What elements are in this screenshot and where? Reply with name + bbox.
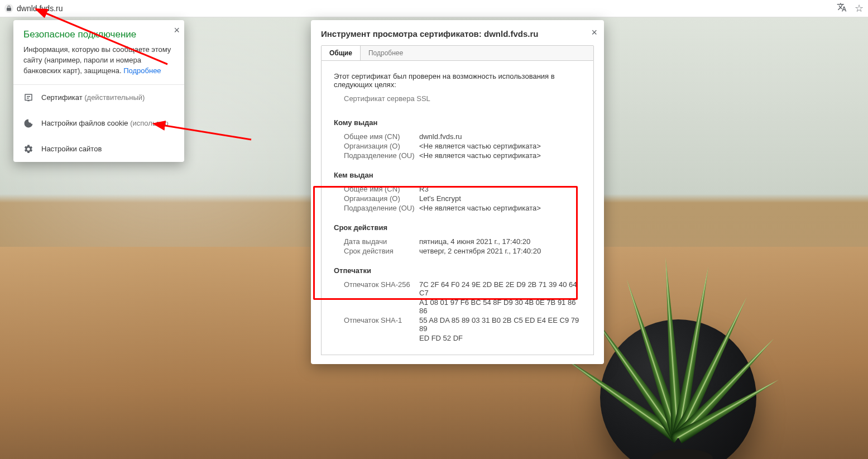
page-info-item-sub: (использую: [128, 119, 169, 127]
page-info-item-sub: (действительный): [83, 93, 145, 102]
fingerprints-title: Отпечатки: [334, 266, 581, 275]
ou-label: Подразделение (OU): [344, 151, 419, 160]
valid-from-value: пятница, 4 июня 2021 г., 17:40:20: [419, 237, 581, 246]
page-info-item-certificate[interactable]: Сертификат (действительный): [13, 85, 184, 111]
cn-value: R3: [419, 185, 581, 193]
o-value: Let's Encrypt: [419, 194, 581, 203]
sha1-value-l1: 55 A8 DA 85 89 03 31 B0 2B C5 ED E4 EE C…: [419, 316, 581, 333]
cert-title: Инструмент просмотра сертификатов: dwnld…: [321, 29, 594, 39]
o-label: Организация (O): [344, 194, 419, 203]
page-info-item-label: Настройки файлов cookie: [41, 119, 128, 127]
page-info-more-link[interactable]: Подробнее: [123, 66, 161, 75]
page-info-title: Безопасное подключение: [23, 29, 174, 40]
page-info-item-cookies[interactable]: Настройки файлов cookie (использую: [13, 111, 184, 136]
sha256-value-l2: A1 08 01 97 F6 BC 54 8F D9 30 4B 0E 7B 9…: [419, 298, 581, 315]
issued-to-title: Кому выдан: [334, 118, 581, 127]
cert-tabs: Общие Подробнее: [321, 45, 594, 61]
ou-value: <Не является частью сертификата>: [419, 151, 581, 160]
page-info-item-label: Сертификат: [41, 93, 83, 102]
gear-icon: [23, 144, 33, 154]
page-info-item-site-settings[interactable]: Настройки сайтов: [13, 136, 184, 162]
cookie-icon: [23, 118, 33, 128]
cert-body: Этот сертификат был проверен на возможно…: [321, 61, 594, 355]
ou-value: <Не является частью сертификата>: [419, 204, 581, 212]
validity-title: Срок действия: [334, 223, 581, 232]
issued-by-title: Кем выдан: [334, 171, 581, 179]
valid-to-label: Срок действия: [344, 247, 419, 255]
page-info-item-label: Настройки сайтов: [41, 145, 102, 153]
ou-label: Подразделение (OU): [344, 204, 419, 212]
o-value: <Не является частью сертификата>: [419, 142, 581, 150]
valid-from-label: Дата выдачи: [344, 237, 419, 246]
sha1-label: Отпечаток SHA-1: [344, 316, 419, 333]
url-text: dwnld.fvds.ru: [17, 4, 63, 13]
bookmark-star-icon[interactable]: ☆: [855, 2, 864, 15]
page-info-popup: × Безопасное подключение Информация, кот…: [13, 20, 184, 162]
certificate-icon: [23, 93, 33, 103]
tab-details[interactable]: Подробнее: [361, 46, 411, 60]
cn-label: Общее имя (CN): [344, 132, 419, 141]
lock-icon[interactable]: [4, 4, 13, 13]
valid-to-value: четверг, 2 сентября 2021 г., 17:40:20: [419, 247, 581, 255]
certificate-viewer: × Инструмент просмотра сертификатов: dwn…: [311, 20, 604, 364]
close-icon[interactable]: ×: [174, 25, 180, 36]
sha256-label: Отпечаток SHA-256: [344, 280, 419, 297]
cert-purpose: Сертификат сервера SSL: [344, 94, 581, 103]
o-label: Организация (O): [344, 142, 419, 150]
tab-general[interactable]: Общие: [322, 46, 361, 60]
browser-address-bar[interactable]: dwnld.fvds.ru ☆: [0, 0, 868, 17]
cn-value: dwnld.fvds.ru: [419, 132, 581, 141]
sha1-value-l2: ED FD 52 DF: [419, 334, 581, 342]
translate-icon[interactable]: [837, 2, 847, 15]
close-icon[interactable]: ×: [591, 27, 597, 39]
sha256-value-l1: 7C 2F 64 F0 24 9E 2D BE 2E D9 2B 71 39 4…: [419, 280, 581, 297]
cert-verified-line: Этот сертификат был проверен на возможно…: [334, 72, 581, 89]
cn-label: Общее имя (CN): [344, 185, 419, 193]
